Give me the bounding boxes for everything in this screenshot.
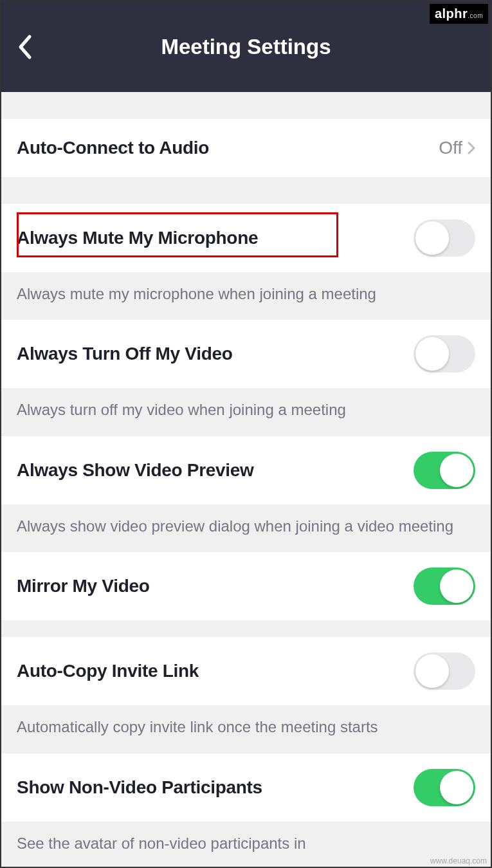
toggle-knob [440, 771, 473, 804]
row-label: Always Turn Off My Video [17, 344, 233, 364]
row-label: Auto-Connect to Audio [17, 138, 209, 158]
row-mirror-my-video: Mirror My Video [1, 552, 491, 620]
toggle-non-video[interactable] [414, 769, 475, 806]
chevron-right-icon [468, 142, 475, 154]
row-description: Always show video preview dialog when jo… [1, 504, 491, 552]
spacer [1, 92, 491, 119]
row-always-mute-mic: Always Mute My Microphone [1, 204, 491, 272]
toggle-knob [440, 454, 473, 487]
spacer [1, 620, 491, 637]
row-description: See the avatar of non-video participants… [1, 822, 491, 859]
watermark-suffix: .com [468, 12, 483, 19]
row-label: Auto-Copy Invite Link [17, 661, 199, 681]
row-value-area: Off [439, 138, 475, 158]
toggle-knob [440, 569, 473, 603]
page-title: Meeting Settings [161, 35, 331, 59]
value-text: Off [439, 138, 462, 158]
row-label: Mirror My Video [17, 576, 150, 596]
row-always-turn-off-video: Always Turn Off My Video [1, 320, 491, 388]
header-bar: Meeting Settings alphr.com [1, 1, 491, 92]
toggle-video-preview[interactable] [414, 452, 475, 489]
watermark-main: alphr [435, 6, 468, 21]
watermark-alphr: alphr.com [430, 4, 488, 24]
toggle-knob [415, 654, 449, 688]
row-auto-copy-invite: Auto-Copy Invite Link [1, 637, 491, 705]
toggle-knob [415, 221, 449, 255]
spacer [1, 177, 491, 204]
row-label: Always Show Video Preview [17, 460, 254, 481]
row-show-non-video: Show Non-Video Participants [1, 753, 491, 822]
toggle-mirror-video[interactable] [414, 568, 475, 605]
row-description: Always turn off my video when joining a … [1, 388, 491, 436]
toggle-knob [415, 337, 449, 371]
row-always-show-video-preview: Always Show Video Preview [1, 436, 491, 504]
toggle-mute-mic[interactable] [414, 219, 475, 257]
toggle-turn-off-video[interactable] [414, 335, 475, 373]
row-auto-connect-audio[interactable]: Auto-Connect to Audio Off [1, 119, 491, 177]
row-description: Automatically copy invite link once the … [1, 705, 491, 753]
chevron-left-icon [17, 34, 32, 60]
row-description: Always mute my microphone when joining a… [1, 272, 491, 320]
toggle-auto-copy[interactable] [414, 652, 475, 690]
back-button[interactable] [17, 34, 32, 60]
row-label: Show Non-Video Participants [17, 777, 262, 798]
watermark-deuaq: www.deuaq.com [430, 856, 487, 865]
row-label: Always Mute My Microphone [17, 228, 258, 248]
settings-list: Auto-Connect to Audio Off Always Mute My… [1, 92, 491, 859]
